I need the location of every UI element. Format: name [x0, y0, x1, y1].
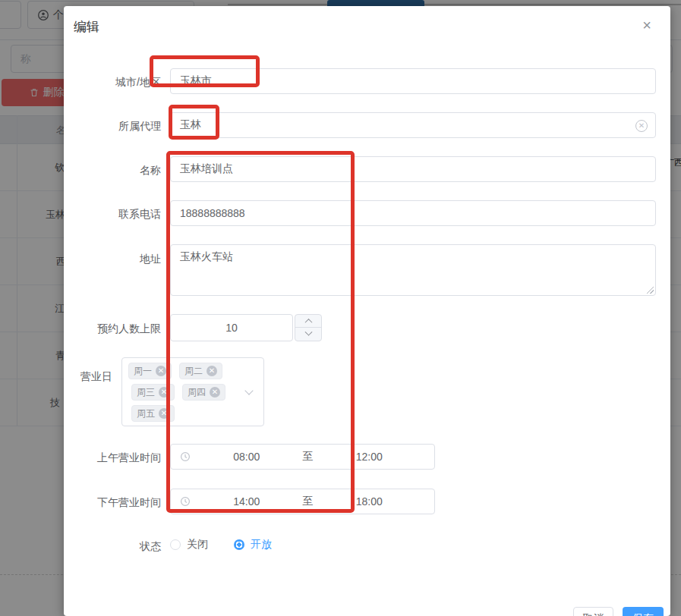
day-tag-label: 周五 [137, 407, 155, 420]
afternoon-end-time: 18:00 [314, 495, 426, 508]
day-tag: 周一 ✕ [128, 363, 172, 379]
tag-row: 周三 ✕ 周四 ✕ [131, 384, 257, 401]
morning-label: 上午营业时间 [64, 451, 161, 464]
capacity-input[interactable]: 10 [170, 314, 293, 341]
afternoon-label: 下午营业时间 [64, 495, 161, 509]
tag-remove-icon[interactable]: ✕ [159, 387, 169, 398]
time-separator: 至 [303, 450, 314, 464]
phone-label: 联系电话 [64, 207, 161, 221]
status-radio-group: 关闭 开放 [170, 538, 272, 552]
page: 个 称 删除 名 钦 玉林 西 江 青 [0, 0, 681, 616]
status-label: 状态 [64, 539, 161, 553]
day-tag: 周五 ✕ [131, 405, 175, 422]
days-label: 营业日 [64, 369, 112, 383]
clock-icon [180, 496, 191, 507]
day-tag-label: 周二 [184, 365, 203, 378]
tag-remove-icon[interactable]: ✕ [207, 366, 217, 376]
phone-value: 18888888888 [180, 207, 245, 219]
clock-icon [180, 451, 191, 462]
city-label: 城市/地区 [64, 75, 161, 89]
radio-open[interactable] [234, 539, 244, 550]
day-tag: 周三 ✕ [131, 384, 175, 401]
capacity-stepper [295, 314, 322, 341]
address-label: 地址 [64, 252, 161, 266]
radio-open-label[interactable]: 开放 [251, 538, 272, 552]
afternoon-time-picker[interactable]: 14:00 至 18:00 [170, 489, 435, 514]
capacity-value: 10 [225, 322, 238, 334]
tag-remove-icon[interactable]: ✕ [156, 366, 166, 376]
stepper-up-button[interactable] [295, 315, 321, 328]
chevron-up-icon [304, 318, 312, 325]
capacity-label: 预约人数上限 [64, 322, 161, 335]
dialog-title: 编辑 [74, 18, 99, 36]
save-button[interactable]: 保存 [623, 607, 664, 616]
tag-row: 周一 ✕ 周二 ✕ [128, 363, 257, 379]
morning-time-picker[interactable]: 08:00 至 12:00 [170, 444, 435, 470]
time-separator: 至 [303, 495, 314, 508]
agent-value: 玉林 [180, 118, 201, 132]
radio-closed-label[interactable]: 关闭 [187, 538, 208, 552]
day-tag: 周四 ✕ [182, 384, 225, 401]
tag-remove-icon[interactable]: ✕ [210, 387, 220, 398]
days-multiselect[interactable]: 周一 ✕ 周二 ✕ 周三 ✕ 周四 ✕ [121, 357, 264, 426]
radio-closed[interactable] [170, 539, 181, 550]
agent-input[interactable]: 玉林 ✕ [170, 112, 656, 138]
edit-dialog: 编辑 × 城市/地区 玉林市 所属代理 玉林 ✕ 名称 玉林培训点 联系电话 [64, 6, 670, 616]
day-tag-label: 周一 [134, 365, 152, 378]
day-tag-label: 周四 [188, 386, 206, 399]
address-value: 玉林火车站 [180, 250, 233, 262]
name-input[interactable]: 玉林培训点 [170, 156, 656, 182]
day-tag: 周二 ✕ [179, 363, 222, 379]
morning-end-time: 12:00 [314, 451, 426, 463]
chevron-down-icon [304, 328, 312, 336]
tag-row: 周五 ✕ [131, 405, 257, 422]
city-input[interactable]: 玉林市 [170, 68, 656, 94]
stepper-down-button[interactable] [295, 328, 321, 341]
morning-start-time: 08:00 [191, 451, 303, 463]
day-tag-label: 周三 [137, 386, 155, 399]
clear-circle-icon[interactable]: ✕ [635, 120, 648, 132]
address-textarea[interactable]: 玉林火车站 [170, 244, 656, 296]
close-icon[interactable]: × [636, 14, 657, 36]
tag-remove-icon[interactable]: ✕ [159, 408, 169, 419]
city-value: 玉林市 [180, 74, 212, 88]
afternoon-start-time: 14:00 [191, 495, 303, 508]
agent-label: 所属代理 [64, 119, 161, 133]
cancel-button[interactable]: 取消 [573, 607, 613, 616]
phone-input[interactable]: 18888888888 [170, 200, 656, 226]
resize-handle-icon[interactable] [646, 286, 654, 294]
name-value: 玉林培训点 [180, 162, 233, 176]
name-label: 名称 [64, 163, 161, 177]
